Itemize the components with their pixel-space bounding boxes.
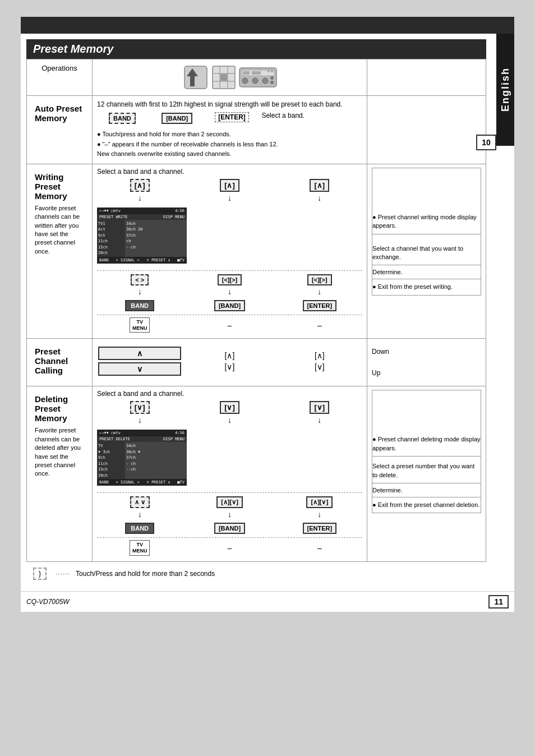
writing-preset-subtext: Favorite preset channels can be written …	[35, 204, 84, 256]
determine-btns: BAND [BAND] [ENTER]	[97, 299, 362, 312]
exchange-btns: < > ↓ [<][>] ↓ [<][>] ↓	[97, 273, 362, 297]
main-table: Operations	[26, 59, 486, 562]
ops-icons	[95, 64, 365, 91]
divider-2	[97, 315, 362, 315]
band-bracket-btn[interactable]: [BAND]	[214, 300, 245, 311]
del-enter-bracket[interactable]: [ENTER]	[303, 523, 337, 534]
up-btn-dashed-1[interactable]: [∧]	[130, 179, 150, 192]
preset-channel-title: Preset Channel Calling	[35, 347, 68, 375]
note-3: New channels overwrite existing saved ch…	[97, 149, 362, 159]
preset-channel-right: Down Up	[367, 339, 486, 386]
auto-preset-header: Auto Preset Memory	[27, 96, 93, 164]
av-btn-dashed[interactable]: ∧ ∨	[130, 496, 150, 508]
svg-rect-7	[220, 74, 227, 81]
tv-menu-row: TVMENU – –	[97, 317, 362, 333]
av-btn-2[interactable]: [∧][∨]	[216, 496, 243, 508]
svg-point-12	[242, 78, 248, 84]
page-number: 10	[482, 138, 491, 147]
writing-desc4: ● Exit from the preset writing.	[372, 283, 481, 291]
del-tv-menu-btn[interactable]: TVMENU	[130, 540, 150, 556]
screen-img-writing: ←→♦♦ □mtv 4:56 PRESET WRITE DISP MENU	[97, 208, 187, 264]
deleting-preset-row: Deleting Preset Memory Favorite preset c…	[27, 386, 486, 562]
band-btn-solid[interactable]: [BAND]	[162, 113, 192, 124]
main-content: Preset Memory Operations	[21, 34, 492, 591]
note-2: ● "–" appears if the number of receivabl…	[97, 140, 362, 150]
operations-row: Operations	[27, 59, 486, 96]
del-dash-1: –	[228, 543, 232, 552]
deleting-subtitle: Select a band and a channel.	[97, 390, 362, 398]
bracket-ud-col: [∧] [∨]	[187, 351, 272, 371]
deleting-subtext: Favorite preset channels can be deleted …	[35, 426, 84, 478]
del-v-btn-1[interactable]: [∨]	[130, 401, 150, 414]
auto-preset-desc1: 12 channels with first to 12th highest i…	[97, 100, 362, 108]
footer-page: 11	[488, 595, 509, 609]
deleting-header: Deleting Preset Memory Favorite preset c…	[27, 386, 93, 562]
band-col-3: [ENTER]	[207, 112, 257, 123]
footer-model: CQ-VD7005W	[26, 598, 70, 606]
dots: ······	[56, 570, 70, 578]
preset-channel-content: ∧ ∨ [∧] [∨] [∧]	[93, 339, 367, 386]
auto-preset-row: Auto Preset Memory 12 channels with firs…	[27, 96, 486, 164]
lr-btn-2[interactable]: [<][>]	[218, 274, 242, 285]
lr-btn-3[interactable]: [<][>]	[307, 274, 332, 285]
av-btn-3[interactable]: [∧][∨]	[306, 496, 333, 508]
bracket-down-3: [∨]	[277, 362, 362, 371]
up-arrow-col: ∧ ∨	[97, 347, 182, 376]
arrow-3: ↓	[277, 193, 362, 202]
writing-preset-row: Writing Preset Memory Favorite preset ch…	[27, 164, 486, 339]
del-divider-1	[97, 492, 362, 493]
up-btn-calling[interactable]: ∧	[98, 347, 181, 360]
deleting-desc1: ● Preset channel deleting mode display a…	[372, 435, 481, 453]
band-buttons-row: BAND [BAND] [ENTER] Select a band.	[97, 112, 362, 125]
deleting-title: Deleting Preset Memory	[35, 394, 68, 423]
svg-point-15	[270, 76, 274, 80]
down-btn-calling[interactable]: ∨	[98, 362, 181, 376]
note-box: }	[33, 568, 47, 580]
enter-bracket-btn[interactable]: [ENTER]	[303, 300, 337, 311]
select-band-label: Select a band.	[261, 112, 362, 119]
up-btn-3[interactable]: [∧]	[310, 179, 329, 192]
band-col-1: BAND	[97, 112, 147, 125]
writing-inner-table: Select a band and a channel. [∧] ↓ [∧]	[93, 164, 367, 339]
band-btn-dashed[interactable]: BAND	[109, 113, 136, 124]
del-v-btn-2[interactable]: [∨]	[220, 401, 239, 414]
writing-content-main: Select a band and a channel. [∧] ↓ [∧]	[93, 164, 367, 339]
deleting-content: Select a band and a channel. [∨] ↓ [∨]	[93, 386, 367, 562]
svg-point-14	[262, 78, 268, 84]
dash-2: –	[317, 321, 322, 330]
svg-rect-10	[243, 71, 250, 75]
up-label: Up	[372, 365, 481, 381]
writing-preset-content: Select a band and a channel. [∧] ↓ [∧]	[93, 164, 367, 339]
del-v-btn-3[interactable]: [∨]	[310, 401, 329, 414]
svg-point-13	[252, 78, 258, 84]
band-dark-btn[interactable]: BAND	[125, 300, 154, 311]
del-band-bracket[interactable]: [BAND]	[214, 523, 245, 534]
writing-preset-header: Writing Preset Memory Favorite preset ch…	[27, 164, 93, 339]
arrow-1: ↓	[97, 193, 182, 202]
operations-icons-cell	[93, 59, 367, 96]
del-determine-btns: BAND [BAND] [ENTER]	[97, 522, 362, 535]
writing-desc2: Select a channel that you want to exchan…	[372, 245, 481, 262]
auto-preset-title: Auto Preset Memory	[35, 104, 82, 123]
bracket-ud-col-3: [∧] [∨]	[277, 351, 362, 371]
operations-label: Operations	[41, 64, 77, 72]
del-dash-2: –	[317, 543, 322, 552]
writing-row-1: Select a band and a channel. [∧] ↓ [∧]	[93, 164, 367, 339]
writing-right-col: ● Preset channel writing mode display ap…	[367, 164, 486, 339]
svg-point-16	[270, 81, 274, 84]
lr-btn-dashed[interactable]: < >	[131, 274, 149, 285]
svg-rect-0	[185, 66, 207, 89]
preset-channel-header: Preset Channel Calling	[27, 339, 93, 386]
operations-label-cell: Operations	[27, 59, 93, 96]
divider-1	[97, 270, 362, 271]
deleting-content-main: Select a band and a channel. [∨] ↓ [∨]	[93, 386, 367, 561]
deleting-right-table: ● Preset channel deleting mode display a…	[372, 390, 481, 513]
up-btn-2[interactable]: [∧]	[220, 179, 239, 192]
note-1: ● Touch/press and hold for more than 2 s…	[97, 130, 362, 140]
screen-display-delete: ←→♦♦ □mtv 4:56 PRESET DELETE DISP MENU	[97, 427, 362, 490]
deleting-right-col: ● Preset channel deleting mode display a…	[367, 386, 486, 562]
bottom-note-row: } ······ Touch/Press and hold for more t…	[26, 562, 486, 586]
enter-btn[interactable]: [ENTER]	[215, 112, 249, 122]
del-band-dark[interactable]: BAND	[125, 523, 154, 534]
tv-menu-btn[interactable]: TVMENU	[130, 317, 150, 333]
